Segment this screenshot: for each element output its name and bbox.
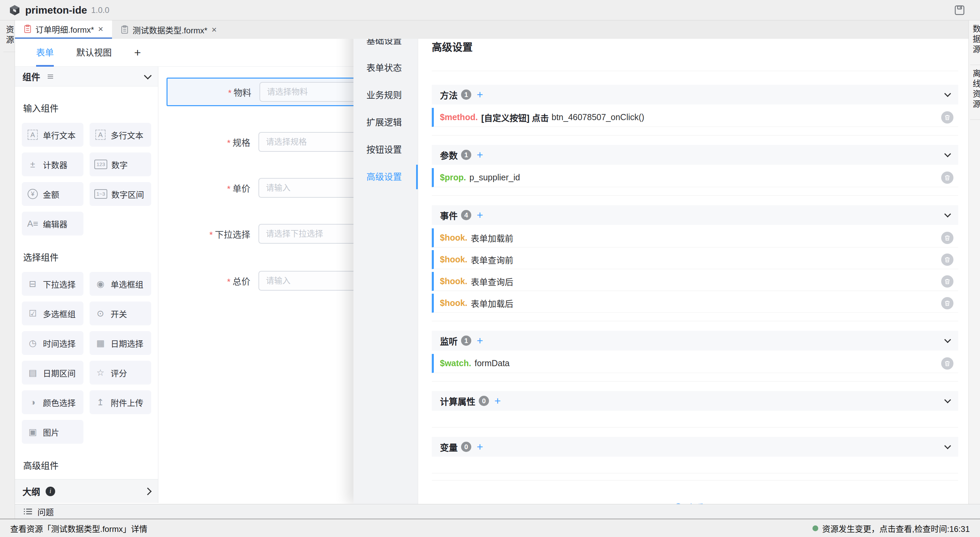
component-number[interactable]: 123 数字 [89,153,151,176]
trash-icon [944,300,950,306]
delete-button[interactable] [941,172,953,184]
add-computed-button[interactable]: + [495,396,501,406]
menu-advanced-settings[interactable]: 高级设置 [353,164,418,191]
section-events-header[interactable]: 事件 4 + [432,205,958,225]
field-label: *总价 [167,275,250,287]
form-field-unit-price: *单价 [167,178,381,198]
component-time-picker[interactable]: ◷ 时间选择 [22,331,83,355]
advanced-settings-panel: 高级设置 方法 1 + $method. [自定义按钮] 点击 btn_4607… [418,21,969,504]
time-picker-icon: ◷ [27,338,39,348]
app-window: primeton-ide 1.0.0 资源 数据源 离线资源 订单明细.form… [0,0,980,537]
component-multi-text[interactable]: A 多行文本 [89,123,151,147]
switch-icon: ⊙ [94,308,107,319]
chevron-down-icon[interactable] [944,442,951,449]
delete-button[interactable] [941,275,953,288]
problems-list-icon [23,507,33,516]
component-radio-group[interactable]: ◉ 单选框组 [89,272,151,296]
date-range-icon: ▤ [27,367,39,378]
component-dropdown[interactable]: ⊟ 下拉选择 [22,272,83,296]
required-mark: * [227,276,231,287]
param-item[interactable]: $prop. p_supplier_id [432,168,958,187]
section-watchers-header[interactable]: 监听 1 + [432,331,958,351]
list-collapse-icon[interactable] [46,73,54,79]
hook-name: 表单查询后 [471,275,514,288]
form-file-icon [121,25,128,34]
component-checkbox-group[interactable]: ☑ 多选框组 [22,302,83,325]
add-watcher-button[interactable]: + [477,335,483,346]
view-api-link[interactable]: 查看Api [432,501,958,504]
menu-business-rules[interactable]: 业务规则 [353,82,418,109]
component-date-range[interactable]: ▤ 日期区间 [22,361,83,384]
radio-group-icon: ◉ [94,279,107,289]
event-item[interactable]: $hook. 表单加载后 [432,294,958,313]
chevron-down-icon[interactable] [944,151,951,157]
chevron-right-icon[interactable] [144,487,152,495]
sidebar-item-datasource[interactable]: 数据源 [970,24,980,65]
add-event-button[interactable]: + [477,210,483,221]
component-number-range[interactable]: 1~3 数字区间 [89,182,151,206]
menu-form-state[interactable]: 表单状态 [353,54,418,82]
close-icon[interactable]: × [212,25,216,34]
number-icon: 123 [94,160,107,169]
outline-bar[interactable]: 大纲 i [15,479,158,503]
menu-button-settings[interactable]: 按钮设置 [353,136,418,164]
sidebar-item-offline-resources[interactable]: 离线资源 [970,69,980,120]
menu-extension-logic[interactable]: 扩展逻辑 [353,109,418,136]
problems-bar[interactable]: 问题 [15,504,980,519]
component-editor[interactable]: A≡ 编辑器 [22,212,83,235]
tab-order-detail-formx[interactable]: 订单明细.formx* × [15,21,112,39]
form-field-dropdown: *下拉选择 [167,224,381,244]
page-title: 高级设置 [432,39,958,54]
component-single-text[interactable]: A 单行文本 [22,123,83,147]
section-methods-header[interactable]: 方法 1 + [432,85,958,105]
chevron-down-icon[interactable] [944,396,951,403]
param-name: p_supplier_id [469,173,520,183]
add-method-button[interactable]: + [477,89,483,100]
chevron-down-icon[interactable] [944,211,951,218]
section-params-header[interactable]: 参数 1 + [432,145,958,165]
chevron-down-icon[interactable] [944,336,951,343]
tab-form[interactable]: 表单 [36,39,54,67]
status-resource-detail[interactable]: 查看资源「测试数据类型.formx」详情 [10,523,148,534]
add-variable-button[interactable]: + [477,442,483,452]
section-computed-header[interactable]: 计算属性 0 + [432,391,958,411]
event-item[interactable]: $hook. 表单查询后 [432,272,958,291]
delete-button[interactable] [941,111,953,124]
upload-icon: ↥ [94,397,107,408]
close-icon[interactable]: × [98,24,103,33]
delete-button[interactable] [941,232,953,244]
watcher-item[interactable]: $watch. formData [432,354,958,373]
color-picker-icon: ◑ [27,397,39,408]
component-switch[interactable]: ⊙ 开关 [89,302,151,325]
component-grid-input: A 单行文本 A 多行文本 ± 计数器 123 数字 ¥ 金额 [22,123,151,235]
chevron-down-icon[interactable] [144,71,152,79]
delete-button[interactable] [941,254,953,266]
delete-button[interactable] [941,357,953,370]
component-counter[interactable]: ± 计数器 [22,153,83,176]
delete-button[interactable] [941,297,953,309]
tab-test-data-types-formx[interactable]: 测试数据类型.formx* × [112,21,226,39]
sidebar-item-resources[interactable]: 资源 [3,25,15,52]
component-color-picker[interactable]: ◑ 颜色选择 [22,390,83,414]
divider [432,71,958,71]
add-view-button[interactable]: + [134,46,141,59]
count-badge: 4 [461,210,471,220]
method-item[interactable]: $method. [自定义按钮] 点击 btn_46078507_onClick… [432,108,958,127]
status-resource-changed[interactable]: 资源发生变更，点击查看,检查时间:16:31 [813,523,970,534]
tab-default-view[interactable]: 默认视图 [76,39,112,67]
add-param-button[interactable]: + [477,149,483,160]
chevron-down-icon[interactable] [944,90,951,97]
event-item[interactable]: $hook. 表单查询前 [432,250,958,269]
hook-prefix: $hook. [440,276,468,286]
save-button[interactable] [953,3,966,17]
app-version: 1.0.0 [91,5,109,15]
form-field-spec: *规格 [167,132,381,152]
component-attachment-upload[interactable]: ↥ 附件上传 [89,390,151,414]
component-image[interactable]: ▣ 图片 [22,420,83,444]
component-date-picker[interactable]: ▦ 日期选择 [89,331,151,355]
event-item[interactable]: $hook. 表单加载前 [432,228,958,248]
section-variables-header[interactable]: 变量 0 + [432,437,958,457]
trash-icon [944,175,950,181]
component-rating[interactable]: ☆ 评分 [89,361,151,384]
component-amount[interactable]: ¥ 金额 [22,182,83,206]
